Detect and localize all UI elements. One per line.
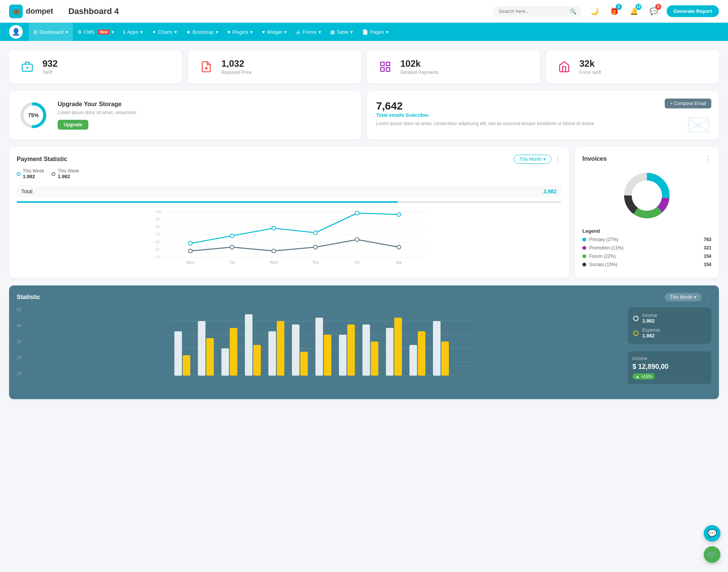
svg-rect-64 bbox=[292, 324, 300, 376]
svg-rect-73 bbox=[394, 318, 402, 376]
payment-chart-area: 100 90 80 70 60 50 40 Mon Tue Wed Thu Fr… bbox=[17, 204, 561, 266]
stat-value-price: 1,032 bbox=[221, 58, 251, 69]
logo: 🦋 dompet bbox=[9, 5, 53, 18]
y-label-40: 40 bbox=[17, 323, 21, 328]
legend-item-2: This Week 1.982 bbox=[52, 168, 79, 179]
stat-value-force-tariff: 32k bbox=[579, 58, 601, 69]
search-icon[interactable]: 🔍 bbox=[570, 8, 576, 14]
apps-arrow: ▾ bbox=[140, 29, 143, 35]
payment-card: Payment Statistic This Month ▾ ⋮ This We… bbox=[9, 147, 569, 278]
bell-badge: 12 bbox=[635, 4, 642, 10]
pages-icon: 📄 bbox=[362, 29, 368, 35]
legend-row-primary: Primary (27%) 763 bbox=[582, 237, 711, 242]
statistic-content: 50 40 30 20 10 bbox=[17, 307, 711, 384]
legend-row-socials: Socials (15%) 154 bbox=[582, 262, 711, 267]
svg-rect-68 bbox=[339, 335, 347, 376]
nav-item-charts[interactable]: ✦ Charts ▾ bbox=[147, 23, 182, 41]
nav-item-plugins[interactable]: ♥ Plugins ▾ bbox=[223, 23, 257, 41]
email-count: 7,642 bbox=[376, 100, 710, 112]
svg-text:80: 80 bbox=[155, 225, 160, 229]
nav-label-widget: Widget bbox=[267, 29, 282, 35]
stat-label-price: Required Price bbox=[221, 70, 251, 75]
primary-value: 763 bbox=[704, 237, 711, 242]
payment-menu[interactable]: ⋮ bbox=[554, 155, 561, 163]
legend-dot-2 bbox=[52, 172, 55, 176]
nav-item-bootstrap[interactable]: ★ Bootstrap ▾ bbox=[182, 23, 223, 41]
nav-item-table[interactable]: ▦ Table ▾ bbox=[326, 23, 358, 41]
stat-info-tariff: 932 Tariff bbox=[42, 58, 58, 75]
this-month-filter[interactable]: This Month ▾ bbox=[514, 155, 551, 164]
svg-point-34 bbox=[314, 231, 317, 235]
nav-item-cms[interactable]: ⚙ CMS New ▾ bbox=[73, 23, 119, 41]
svg-text:40: 40 bbox=[155, 255, 160, 259]
svg-rect-55 bbox=[183, 355, 190, 376]
svg-rect-57 bbox=[206, 338, 214, 376]
svg-rect-7 bbox=[381, 68, 384, 71]
filter-arrow: ▾ bbox=[543, 157, 546, 162]
pages-arrow: ▾ bbox=[386, 29, 389, 35]
nav-item-pages[interactable]: 📄 Pages ▾ bbox=[358, 23, 393, 41]
svg-point-33 bbox=[272, 226, 276, 230]
payment-legend: This Week 1.982 This Week 1.982 bbox=[17, 168, 561, 179]
nav-item-forms[interactable]: 🖨 Forms ▾ bbox=[291, 23, 326, 41]
income-badge: ▲ +15% bbox=[632, 373, 655, 379]
apps-icon: ℹ bbox=[123, 29, 125, 35]
cms-arrow: ▾ bbox=[111, 29, 114, 35]
income-badge-text: +15% bbox=[641, 374, 652, 379]
statistic-header: Statistic This Month ▾ ⋮ bbox=[17, 293, 711, 301]
storage-percentage: 75% bbox=[28, 112, 39, 118]
middle-row: 75% Upgrade Your Storage Lorem ipsum dol… bbox=[9, 91, 719, 139]
chat-icon[interactable]: 💬 5 bbox=[647, 5, 661, 18]
svg-text:Thu: Thu bbox=[312, 260, 318, 265]
svg-rect-71 bbox=[371, 342, 378, 376]
charts-row: Payment Statistic This Month ▾ ⋮ This We… bbox=[9, 147, 719, 278]
invoices-menu[interactable]: ⋮ bbox=[704, 155, 711, 163]
gift-badge: 2 bbox=[616, 4, 622, 10]
nav-item-widget[interactable]: ♥ Widget ▾ bbox=[257, 23, 291, 41]
bell-icon[interactable]: 🔔 12 bbox=[627, 5, 641, 18]
upgrade-button[interactable]: Upgrade bbox=[58, 120, 88, 130]
payment-filter: This Month ▾ ⋮ bbox=[514, 155, 561, 164]
nav-label-pages: Pages bbox=[370, 29, 384, 35]
svg-point-39 bbox=[272, 249, 276, 253]
statistic-menu[interactable]: ⋮ bbox=[704, 293, 711, 301]
svg-text:Tue: Tue bbox=[229, 260, 235, 265]
logo-text: dompet bbox=[26, 7, 53, 16]
svg-point-36 bbox=[397, 213, 401, 216]
svg-rect-67 bbox=[324, 335, 331, 376]
statistic-month-filter[interactable]: This Month ▾ bbox=[665, 293, 701, 301]
force-tariff-icon bbox=[555, 58, 573, 76]
moon-icon[interactable]: 🌙 bbox=[588, 5, 601, 18]
svg-rect-76 bbox=[433, 321, 441, 376]
income-box: Income $ 12,890,00 ▲ +15% bbox=[628, 351, 711, 384]
legend-value-2: 1.982 bbox=[58, 174, 79, 179]
forum-color bbox=[582, 254, 586, 258]
generate-report-button[interactable]: Generate Report bbox=[667, 5, 719, 17]
required-price-icon bbox=[197, 58, 215, 76]
statistic-controls: This Month ▾ ⋮ bbox=[665, 293, 711, 301]
invoices-header: Invoices ⋮ bbox=[582, 155, 711, 163]
invoices-legend: Primary (27%) 763 Promotion (11%) 321 Fo… bbox=[582, 237, 711, 267]
search-input[interactable] bbox=[499, 8, 567, 14]
legend-label-1: This Week bbox=[23, 168, 44, 174]
svg-rect-66 bbox=[315, 318, 323, 376]
nav-label-plugins: Plugins bbox=[232, 29, 248, 35]
svg-point-41 bbox=[355, 238, 359, 241]
invoices-legend-title: Legend bbox=[582, 228, 711, 234]
svg-rect-60 bbox=[245, 314, 253, 376]
socials-color bbox=[582, 263, 586, 266]
tariff-icon bbox=[18, 58, 36, 76]
compose-email-button[interactable]: + Compose Email bbox=[665, 99, 711, 108]
svg-point-31 bbox=[188, 241, 192, 245]
income-legend-item: Income 1.982 bbox=[633, 313, 706, 324]
nav-label-cms: CMS bbox=[84, 29, 95, 35]
svg-text:70: 70 bbox=[155, 232, 160, 237]
navbar: 👤 ⊞ Dashboard ▾ ⚙ CMS New ▾ ℹ Apps ▾ ✦ C… bbox=[0, 23, 728, 41]
header: 🦋 dompet Dashboard 4 🔍 🌙 🎁 2 🔔 12 💬 5 Ge… bbox=[0, 0, 728, 23]
storage-info: Upgrade Your Storage Lorem ipsum dolor s… bbox=[58, 101, 137, 130]
gift-icon[interactable]: 🎁 2 bbox=[607, 5, 621, 18]
invoices-title: Invoices bbox=[582, 155, 607, 162]
nav-item-apps[interactable]: ℹ Apps ▾ bbox=[119, 23, 147, 41]
forum-value: 154 bbox=[704, 254, 711, 259]
nav-item-dashboard[interactable]: ⊞ Dashboard ▾ bbox=[29, 23, 73, 41]
